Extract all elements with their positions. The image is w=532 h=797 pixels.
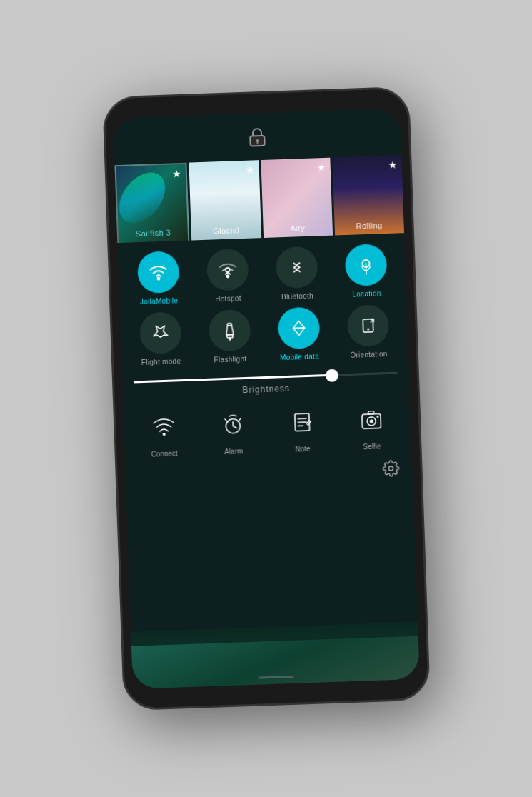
svg-point-13 — [366, 328, 368, 330]
bluetooth-button[interactable] — [275, 246, 318, 289]
wifi-label: JollaMobile — [139, 296, 178, 306]
wallpaper-label-airy: Airy — [263, 223, 333, 234]
toggle-flashlight[interactable]: Flashlight — [196, 309, 263, 364]
wallpaper-strip: ★ Sailfish 3 ★ Glacial ★ Airy ★ Rolling — [114, 155, 404, 247]
svg-marker-10 — [292, 321, 303, 329]
bluetooth-label: Bluetooth — [281, 292, 313, 301]
controls-area: JollaMobile Hotspot — [117, 237, 418, 632]
flight-button[interactable] — [139, 311, 181, 354]
location-label: Location — [352, 289, 381, 298]
star-icon: ★ — [388, 159, 398, 170]
wallpaper-label-sailfish: Sailfish 3 — [118, 228, 188, 239]
selfie-label: Selfie — [363, 442, 381, 451]
settings-row — [132, 456, 406, 493]
toggle-flight[interactable]: Flight mode — [126, 311, 194, 367]
app-note[interactable]: Note — [268, 402, 335, 454]
wallpaper-rolling[interactable]: ★ Rolling — [332, 155, 404, 235]
selfie-icon[interactable] — [351, 400, 391, 440]
settings-button[interactable] — [382, 460, 400, 482]
hotspot-label: Hotspot — [215, 294, 241, 303]
svg-marker-11 — [293, 328, 304, 336]
toggle-hotspot[interactable]: Hotspot — [194, 248, 261, 304]
connect-label: Connect — [151, 449, 178, 458]
brightness-label: Brightness — [129, 379, 402, 398]
mobiledata-button[interactable] — [277, 306, 320, 349]
svg-rect-23 — [368, 411, 373, 414]
app-selfie[interactable]: Selfie — [338, 399, 404, 451]
alarm-label: Alarm — [224, 447, 242, 456]
svg-point-25 — [388, 466, 393, 471]
flashlight-button[interactable] — [208, 309, 251, 352]
scroll-indicator — [258, 676, 293, 679]
toggle-mobiledata[interactable]: Mobile data — [265, 306, 332, 362]
toggle-wifi[interactable]: JollaMobile — [124, 251, 191, 306]
brightness-thumb[interactable] — [325, 369, 338, 382]
star-icon: ★ — [245, 164, 255, 175]
bottom-wallpaper-preview — [131, 622, 420, 689]
flashlight-label: Flashlight — [214, 355, 246, 364]
phone-device: ★ Sailfish 3 ★ Glacial ★ Airy ★ Rolling — [102, 86, 431, 711]
orientation-button[interactable] — [346, 304, 389, 347]
quick-toggles-grid: JollaMobile Hotspot — [124, 243, 401, 366]
wallpaper-airy[interactable]: ★ Airy — [260, 158, 332, 238]
location-button[interactable] — [344, 244, 387, 286]
svg-point-22 — [369, 419, 373, 423]
brightness-area: Brightness — [129, 371, 403, 398]
connect-icon[interactable] — [143, 407, 183, 447]
hotspot-button[interactable] — [206, 249, 249, 291]
note-label: Note — [295, 445, 310, 453]
star-icon: ★ — [171, 168, 181, 179]
toggle-location[interactable]: Location — [332, 243, 399, 299]
mobiledata-label: Mobile data — [279, 352, 318, 361]
wallpaper-sailfish[interactable]: ★ Sailfish 3 — [114, 163, 189, 243]
svg-point-14 — [162, 433, 165, 436]
orientation-label: Orientation — [350, 350, 388, 359]
app-shortcuts: Connect Alarm — [130, 399, 404, 458]
note-icon[interactable] — [281, 402, 321, 442]
wallpaper-glacial[interactable]: ★ Glacial — [189, 160, 261, 240]
flight-label: Flight mode — [141, 357, 181, 366]
svg-point-24 — [376, 416, 378, 418]
lock-icon — [246, 126, 267, 154]
alarm-icon[interactable] — [212, 405, 252, 445]
wallpaper-label-glacial: Glacial — [191, 225, 261, 236]
brightness-fill — [134, 374, 331, 384]
toggle-orientation[interactable]: Orientation — [334, 304, 401, 359]
app-alarm[interactable]: Alarm — [199, 404, 266, 456]
svg-point-3 — [156, 278, 159, 280]
toggle-bluetooth[interactable]: Bluetooth — [263, 246, 330, 301]
wallpaper-label-rolling: Rolling — [334, 220, 404, 231]
phone-screen: ★ Sailfish 3 ★ Glacial ★ Airy ★ Rolling — [113, 108, 420, 689]
star-icon: ★ — [316, 161, 326, 173]
wifi-button[interactable] — [136, 251, 179, 294]
app-connect[interactable]: Connect — [130, 406, 196, 458]
svg-point-4 — [226, 275, 228, 277]
